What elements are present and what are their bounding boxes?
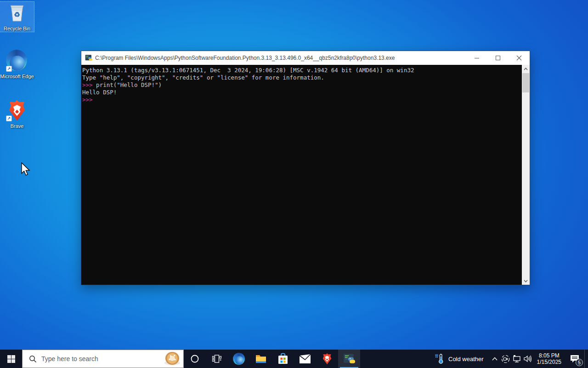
recycle-bin-icon: ♻	[6, 2, 28, 24]
weather-label: Cold weather	[448, 356, 484, 362]
taskbar-app-edge[interactable]	[228, 350, 250, 368]
taskbar-weather-widget[interactable]: Cold weather	[429, 350, 489, 368]
shortcut-arrow-icon: ↗	[6, 66, 12, 72]
volume-icon[interactable]	[522, 350, 533, 368]
notification-badge: 5	[576, 359, 583, 366]
console-output[interactable]: Python 3.13.1 (tags/v3.13.1:0671451, Dec…	[81, 65, 522, 285]
taskbar-search[interactable]	[22, 350, 184, 368]
taskbar-app-brave[interactable]	[316, 350, 338, 368]
start-button[interactable]	[0, 350, 22, 368]
search-input[interactable]	[41, 355, 164, 362]
hidden-icons-chevron[interactable]	[489, 350, 500, 368]
windows-logo-icon	[7, 355, 15, 363]
task-view-icon	[212, 354, 222, 364]
close-button[interactable]	[509, 51, 530, 65]
file-explorer-icon	[255, 353, 267, 365]
console-prompt: >>>	[82, 81, 93, 88]
shortcut-arrow-icon: ↗	[6, 115, 12, 121]
python-console-window: C:\Program Files\WindowsApps\PythonSoftw…	[81, 51, 530, 285]
minimize-button[interactable]	[466, 51, 487, 65]
svg-text:♻: ♻	[14, 11, 20, 18]
edge-icon: ↗	[6, 50, 28, 72]
desktop-icon-label: Microsoft Edge	[0, 74, 34, 80]
meet-now-icon[interactable]	[500, 350, 511, 368]
scroll-up-icon[interactable]	[522, 65, 530, 73]
brave-icon: ↗	[6, 99, 28, 121]
clock-time: 8:05 PM	[537, 352, 561, 359]
window-title: C:\Program Files\WindowsApps\PythonSoftw…	[95, 55, 466, 61]
python-console-icon	[343, 353, 355, 365]
desktop-icon-label: Brave	[0, 123, 34, 129]
cold-weather-icon	[435, 353, 445, 364]
taskbar-clock[interactable]: 8:05 PM 1/15/2025	[533, 350, 565, 368]
console-output-line: Hello DSP!	[82, 89, 117, 96]
maximize-button[interactable]	[487, 51, 509, 65]
mouse-cursor	[21, 162, 31, 178]
taskbar-app-task-view[interactable]	[206, 350, 228, 368]
window-titlebar[interactable]: C:\Program Files\WindowsApps\PythonSoftw…	[81, 51, 530, 65]
scroll-down-icon[interactable]	[522, 277, 530, 285]
console-scrollbar[interactable]	[522, 65, 530, 285]
taskbar-app-python-console[interactable]	[338, 350, 360, 368]
desktop-icon-brave[interactable]: ↗ Brave	[0, 99, 34, 129]
search-icon	[29, 355, 37, 363]
edge-icon	[233, 353, 245, 365]
desktop-icon-microsoft-edge[interactable]: ↗ Microsoft Edge	[0, 50, 34, 80]
brave-icon	[322, 353, 333, 365]
python-console-window-icon	[85, 54, 92, 62]
console-command: print("Hello DSP!")	[93, 81, 162, 88]
console-prompt: >>>	[82, 96, 93, 103]
taskbar-app-microsoft-store[interactable]	[272, 350, 294, 368]
taskbar-app-mail[interactable]	[294, 350, 316, 368]
microsoft-store-icon	[277, 353, 288, 365]
network-icon[interactable]	[511, 350, 522, 368]
taskbar: Cold weather	[0, 350, 588, 368]
cortana-button[interactable]	[184, 350, 206, 368]
console-banner-line: Python 3.13.1 (tags/v3.13.1:0671451, Dec…	[82, 67, 414, 74]
console-banner-line: Type "help", "copyright", "credits" or "…	[82, 74, 324, 81]
taskbar-app-file-explorer[interactable]	[250, 350, 272, 368]
action-center-button[interactable]: 5	[565, 350, 584, 368]
show-desktop-button[interactable]	[584, 350, 588, 368]
clock-date: 1/15/2025	[537, 359, 561, 365]
desktop-icon-label: Recycle Bin	[0, 26, 34, 32]
scrollbar-thumb[interactable]	[522, 73, 529, 92]
desktop-icon-recycle-bin[interactable]: ♻ Recycle Bin	[0, 2, 34, 32]
search-highlight-donut-image[interactable]	[164, 352, 181, 366]
mail-icon	[299, 354, 311, 364]
cortana-icon	[190, 354, 199, 363]
